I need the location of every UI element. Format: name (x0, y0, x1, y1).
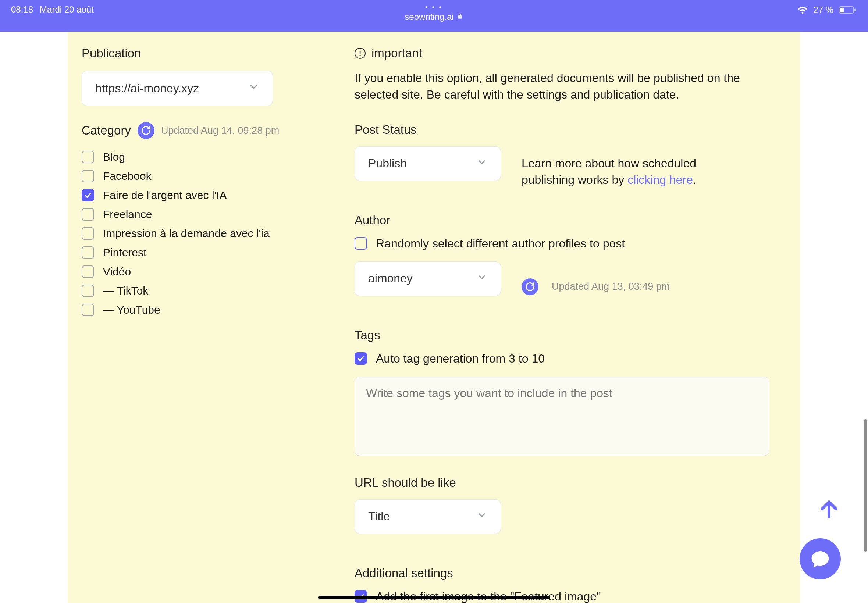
category-item-label: Pinterest (103, 246, 146, 259)
url-slug-select[interactable]: Title (354, 499, 501, 534)
chevron-down-icon (248, 81, 259, 95)
lock-icon (457, 13, 463, 21)
category-item-label: Freelance (103, 208, 152, 221)
post-status-help: Learn more about how scheduled publishin… (521, 155, 727, 188)
multitask-dots-icon: ● ● ● (405, 5, 463, 9)
info-icon: ! (354, 48, 365, 59)
category-item[interactable]: — TikTok (82, 284, 354, 297)
scroll-to-top-button[interactable] (817, 497, 841, 522)
author-random-checkbox[interactable] (354, 237, 367, 250)
url-slug-label: URL should be like (354, 476, 786, 490)
post-status-help-link[interactable]: clicking here (627, 173, 693, 186)
category-item[interactable]: Blog (82, 151, 354, 163)
category-item[interactable]: Pinterest (82, 246, 354, 259)
category-checkbox[interactable] (82, 284, 94, 297)
scrollbar-indicator[interactable] (863, 419, 867, 552)
category-list: BlogFacebookFaire de l'argent avec l'IAF… (82, 151, 354, 316)
important-label: important (371, 46, 422, 60)
settings-panel: Publication https://ai-money.xyz Categor… (68, 32, 800, 603)
category-item-label: Faire de l'argent avec l'IA (103, 189, 227, 201)
category-checkbox[interactable] (82, 227, 94, 240)
svg-rect-2 (854, 8, 856, 11)
category-checkbox[interactable] (82, 266, 94, 278)
category-item-label: Blog (103, 151, 125, 163)
author-label: Author (354, 213, 786, 227)
author-select-value: aimoney (368, 272, 413, 285)
chevron-down-icon (476, 272, 487, 286)
category-item[interactable]: — YouTube (82, 304, 354, 316)
category-checkbox[interactable] (82, 151, 94, 163)
publication-select-value: https://ai-money.xyz (95, 82, 199, 95)
category-checkbox[interactable] (82, 304, 94, 316)
post-status-label: Post Status (354, 123, 786, 137)
tags-textarea[interactable] (354, 377, 769, 456)
category-item[interactable]: Impression à la demande avec l'ia (82, 227, 354, 240)
category-item-label: — TikTok (103, 284, 148, 297)
battery-icon (839, 6, 857, 14)
post-status-value: Publish (368, 157, 407, 170)
tags-auto-label: Auto tag generation from 3 to 10 (376, 352, 545, 365)
status-time: 08:18 (11, 5, 33, 15)
post-status-select[interactable]: Publish (354, 146, 501, 181)
author-updated-text: Updated Aug 13, 03:49 pm (552, 281, 670, 292)
refresh-icon[interactable] (521, 278, 538, 295)
category-checkbox[interactable] (82, 246, 94, 259)
category-item[interactable]: Faire de l'argent avec l'IA (82, 189, 354, 201)
category-item-label: — YouTube (103, 304, 160, 316)
category-item-label: Impression à la demande avec l'ia (103, 227, 269, 240)
publication-label: Publication (82, 46, 141, 60)
svg-rect-1 (840, 8, 844, 12)
address-url: seowriting.ai (405, 12, 453, 22)
category-checkbox[interactable] (82, 208, 94, 221)
category-label: Category (82, 124, 131, 138)
chevron-down-icon (476, 510, 487, 524)
post-status-help-suf: . (693, 173, 696, 186)
category-item[interactable]: Freelance (82, 208, 354, 221)
category-updated-text: Updated Aug 14, 09:28 pm (161, 125, 279, 136)
tags-auto-checkbox[interactable] (354, 352, 367, 365)
category-checkbox[interactable] (82, 189, 94, 201)
refresh-icon[interactable] (138, 122, 155, 139)
tags-label: Tags (354, 328, 786, 342)
category-checkbox[interactable] (82, 170, 94, 182)
additional-settings-label: Additional settings (354, 566, 786, 580)
ios-status-bar: 08:18 Mardi 20 août ● ● ● seowriting.ai … (0, 0, 868, 32)
publication-select[interactable]: https://ai-money.xyz (82, 71, 273, 106)
category-item-label: Vidéo (103, 266, 131, 278)
home-indicator[interactable] (318, 596, 550, 599)
battery-percent: 27 % (813, 5, 834, 15)
publication-heading: Publication (82, 46, 354, 60)
status-date: Mardi 20 août (40, 5, 94, 15)
chat-button[interactable] (800, 538, 841, 580)
author-select[interactable]: aimoney (354, 261, 501, 296)
category-item[interactable]: Vidéo (82, 266, 354, 278)
category-item[interactable]: Facebook (82, 170, 354, 182)
important-text: If you enable this option, all generated… (354, 70, 759, 103)
wifi-icon (797, 5, 808, 15)
chevron-down-icon (476, 157, 487, 171)
url-slug-value: Title (368, 510, 390, 523)
author-random-label: Randomly select different author profile… (376, 237, 625, 250)
category-item-label: Facebook (103, 170, 152, 182)
